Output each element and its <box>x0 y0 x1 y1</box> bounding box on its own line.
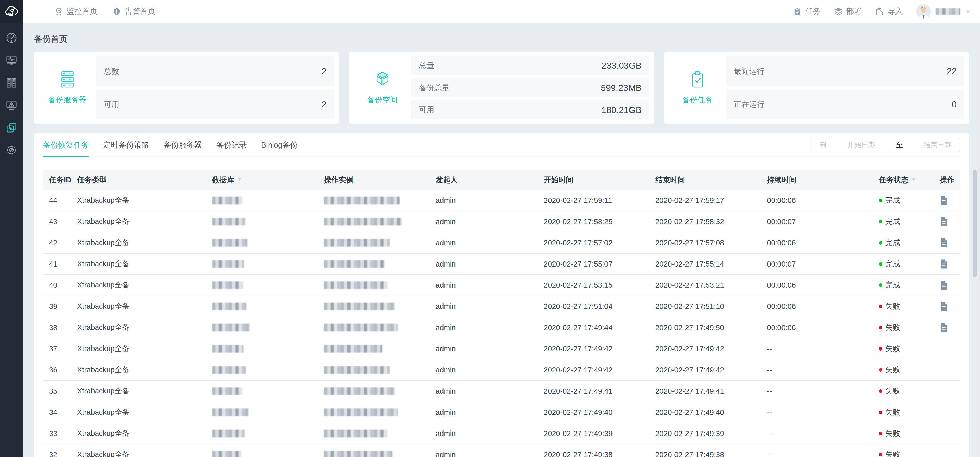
cell-initiator: admin <box>430 196 538 205</box>
nav-monitor-home[interactable]: 监控首页 <box>54 6 97 17</box>
cell-task-type: Xtrabackup全备 <box>71 216 206 227</box>
clipboard-check-icon <box>689 71 706 90</box>
table-header-cell-instance: 操作实例 <box>318 175 430 185</box>
filter-funnel-icon[interactable] <box>911 177 916 183</box>
masked-instance <box>324 345 382 352</box>
nav-label: 告警首页 <box>125 6 155 17</box>
action-import[interactable]: 导入 <box>875 6 903 17</box>
status-dot <box>879 347 882 351</box>
cell-instance <box>318 430 430 437</box>
column-label: 操作实例 <box>324 175 353 185</box>
status-text: 失败 <box>885 407 900 417</box>
nav-alert-home[interactable]: 告警首页 <box>112 6 155 17</box>
sidebar-item-settings[interactable] <box>5 144 18 156</box>
table-row[interactable]: 36Xtrabackup全备admin2020-02-27 17:49:4220… <box>43 359 960 381</box>
masked-instance <box>324 408 398 416</box>
tab-backup-servers[interactable]: 备份服务器 <box>164 140 202 157</box>
cell-database <box>206 303 318 310</box>
status-text: 失败 <box>885 365 900 375</box>
masked-database <box>212 281 243 289</box>
status-text: 失败 <box>885 301 900 311</box>
cell-operation <box>934 301 960 311</box>
action-tasks[interactable]: 任务 <box>793 6 821 17</box>
cell-task-id: 42 <box>43 239 71 247</box>
table-row[interactable]: 39Xtrabackup全备admin2020-02-27 17:51:0420… <box>43 296 960 317</box>
stat-label: 总数 <box>104 66 119 76</box>
webcam-icon <box>54 7 64 16</box>
sidebar-item-dashboard[interactable] <box>5 32 18 44</box>
cell-duration: 00:00:06 <box>761 239 873 247</box>
cell-instance <box>318 260 430 268</box>
sidebar-item-alerts[interactable] <box>5 99 18 111</box>
table-row[interactable]: 43Xtrabackup全备admin2020-02-27 17:58:2520… <box>43 211 960 232</box>
table-row[interactable]: 37Xtrabackup全备admin2020-02-27 17:49:4220… <box>43 338 960 359</box>
tab-backup-restore-tasks[interactable]: 备份恢复任务 <box>43 140 89 157</box>
card-icon-block: 备份任务 <box>669 56 726 119</box>
masked-instance <box>324 281 387 289</box>
filter-funnel-icon[interactable] <box>237 177 242 183</box>
table-row[interactable]: 32Xtrabackup全备admin2020-02-27 17:49:3820… <box>43 444 960 457</box>
calendar-icon <box>819 141 827 149</box>
table-row[interactable]: 34Xtrabackup全备admin2020-02-27 17:49:4020… <box>43 402 960 423</box>
status-text: 失败 <box>885 428 900 439</box>
table-row[interactable]: 42Xtrabackup全备admin2020-02-27 17:57:0220… <box>43 232 960 254</box>
sidebar-item-servers[interactable] <box>5 76 18 89</box>
view-log-icon[interactable] <box>940 323 948 332</box>
table-row[interactable]: 33Xtrabackup全备admin2020-02-27 17:49:3920… <box>43 423 960 444</box>
table-row[interactable]: 35Xtrabackup全备admin2020-02-27 17:49:4120… <box>43 381 960 402</box>
chevron-down-icon <box>965 8 971 15</box>
view-log-icon[interactable] <box>940 259 948 269</box>
cell-task-type: Xtrabackup全备 <box>71 238 206 248</box>
scrollbar-thumb[interactable] <box>973 170 977 277</box>
card-backup-tasks: 备份任务最近运行22正在运行0 <box>664 52 969 124</box>
table-row[interactable]: 38Xtrabackup全备admin2020-02-27 17:49:4420… <box>43 317 960 338</box>
view-log-icon[interactable] <box>940 238 948 248</box>
cell-task-type: Xtrabackup全备 <box>71 301 206 311</box>
start-date-input[interactable]: 开始日期 <box>847 140 876 150</box>
table-row[interactable]: 41Xtrabackup全备admin2020-02-27 17:55:0720… <box>43 254 960 275</box>
cell-operation <box>934 280 960 290</box>
cell-duration: -- <box>761 366 873 374</box>
masked-database <box>212 408 248 416</box>
card-title: 备份任务 <box>682 95 713 105</box>
cell-end-time: 2020-02-27 17:58:32 <box>649 217 761 226</box>
masked-instance <box>324 451 392 457</box>
view-log-icon[interactable] <box>940 301 948 311</box>
cell-end-time: 2020-02-27 17:49:42 <box>649 345 761 353</box>
view-log-icon[interactable] <box>940 195 948 205</box>
table-header-cell-status[interactable]: 任务状态 <box>873 175 934 185</box>
date-range-picker[interactable]: 开始日期 至 结束日期 <box>811 138 960 152</box>
view-log-icon[interactable] <box>940 280 948 290</box>
cell-end-time: 2020-02-27 17:57:08 <box>649 239 761 247</box>
sidebar-item-backup[interactable] <box>5 122 18 134</box>
user-menu[interactable] <box>916 4 971 19</box>
cell-duration: -- <box>761 429 873 438</box>
table-header-cell-database[interactable]: 数据库 <box>206 175 318 185</box>
table-row[interactable]: 44Xtrabackup全备admin2020-02-27 17:59:1120… <box>43 190 960 211</box>
table-row[interactable]: 40Xtrabackup全备admin2020-02-27 17:53:1520… <box>43 275 960 296</box>
view-log-icon[interactable] <box>940 217 948 227</box>
cell-start-time: 2020-02-27 17:57:02 <box>538 239 649 247</box>
topbar-action-group: 任务部署导入 <box>793 6 903 17</box>
cell-initiator: admin <box>430 408 538 417</box>
cell-status: 失败 <box>873 407 934 417</box>
tab-binlog-backup[interactable]: Binlog备份 <box>261 140 298 157</box>
action-label: 部署 <box>846 6 862 17</box>
cell-task-type: Xtrabackup全备 <box>71 344 206 354</box>
cell-instance <box>318 281 430 289</box>
end-date-input[interactable]: 结束日期 <box>923 140 952 150</box>
topbar-actions: 任务部署导入 <box>793 4 971 19</box>
action-deploy[interactable]: 部署 <box>834 6 862 17</box>
tab-scheduled-backup-policy[interactable]: 定时备份策略 <box>103 140 149 157</box>
sidebar-item-monitoring[interactable] <box>5 54 18 67</box>
cell-task-id: 39 <box>43 302 71 311</box>
tab-backup-records[interactable]: 备份记录 <box>216 140 247 157</box>
alert-shield-icon <box>112 7 121 16</box>
cell-database <box>206 324 318 332</box>
cell-duration: 00:00:06 <box>761 302 873 311</box>
status-dot <box>879 432 882 435</box>
app-logo[interactable] <box>0 0 23 23</box>
masked-instance <box>324 260 385 268</box>
import-icon <box>875 7 884 16</box>
cell-initiator: admin <box>430 345 538 353</box>
